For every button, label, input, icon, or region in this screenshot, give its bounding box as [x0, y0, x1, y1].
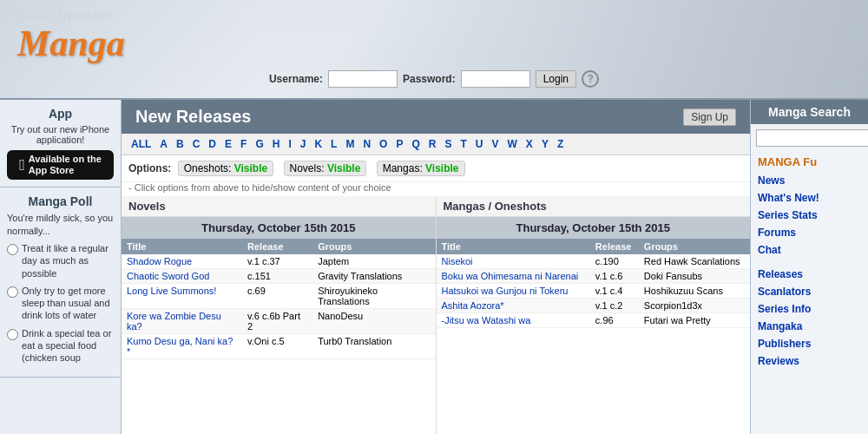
appstore-button[interactable]:  Available on the App Store: [7, 150, 114, 180]
nav-publishers[interactable]: Publishers: [758, 335, 861, 352]
nav-chat[interactable]: Chat: [758, 241, 861, 259]
alpha-d[interactable]: D: [206, 137, 219, 151]
alpha-f[interactable]: F: [238, 137, 249, 151]
novel-release: c.69: [242, 284, 312, 309]
novel-groups: Japtem: [312, 254, 435, 269]
password-label: Password:: [403, 73, 456, 85]
manga-title-link[interactable]: Nisekoi: [442, 256, 473, 266]
alpha-r[interactable]: R: [426, 137, 439, 151]
manga-title: -Jitsu wa Watashi wa: [437, 313, 590, 328]
nav-forums[interactable]: Forums: [758, 224, 861, 241]
mangas-title-col: Title: [437, 239, 590, 254]
login-bar: Username: Password: Login ?: [269, 70, 599, 88]
novels-column: Novels Thursday, October 15th 2015 Title…: [122, 196, 437, 434]
mangas-label: Mangas:: [383, 162, 423, 174]
login-button[interactable]: Login: [536, 70, 576, 88]
manga-title-link[interactable]: -Jitsu wa Watashi wa: [442, 315, 531, 326]
novel-title-link[interactable]: Long Live Summons!: [127, 286, 216, 296]
table-row: Chaotic Sword God c.151 Gravity Translat…: [122, 269, 436, 284]
novel-release: v.6 c.6b Part 2: [242, 309, 312, 334]
manga-title: Boku wa Ohimesama ni Narenai: [437, 269, 590, 284]
alpha-j[interactable]: J: [298, 137, 309, 151]
options-label: Options:: [128, 162, 171, 174]
nav-releases[interactable]: Releases: [758, 266, 861, 283]
alpha-t[interactable]: T: [458, 137, 470, 151]
manga-title-link[interactable]: Hatsukoi wa Gunjou ni Tokeru: [442, 286, 569, 296]
alpha-n[interactable]: N: [360, 137, 373, 151]
nav-news[interactable]: News: [758, 172, 861, 189]
center-content: New Releases Sign Up ALL A B C D E F G H…: [122, 100, 751, 434]
manga-title: Nisekoi: [437, 254, 590, 269]
novel-title-link[interactable]: Shadow Rogue: [127, 256, 192, 266]
novels-label: Novels:: [290, 162, 325, 174]
alpha-x[interactable]: X: [523, 137, 536, 151]
poll-option-1-text: Treat it like a regular day as much as p…: [22, 242, 114, 279]
alpha-w[interactable]: W: [505, 137, 520, 151]
alpha-q[interactable]: Q: [409, 137, 422, 151]
alpha-v[interactable]: V: [490, 137, 502, 151]
poll-radio-2[interactable]: [7, 286, 18, 298]
manga-title-link[interactable]: Ashita Aozora*: [442, 300, 504, 311]
nav-reviews[interactable]: Reviews: [758, 352, 861, 370]
alpha-u[interactable]: U: [473, 137, 486, 151]
poll-radio-1[interactable]: [7, 244, 18, 255]
username-input[interactable]: [328, 70, 398, 88]
nav-scanlators[interactable]: Scanlators: [758, 283, 861, 300]
nav-series-info[interactable]: Series Info: [758, 300, 861, 318]
appstore-text-main: App Store: [29, 165, 102, 176]
nav-whats-new[interactable]: What's New!: [758, 189, 861, 207]
help-icon[interactable]: ?: [582, 70, 599, 88]
alpha-m[interactable]: M: [343, 137, 357, 151]
mangas-column-header: Mangas / Oneshots: [437, 196, 751, 217]
novel-groups: Turb0 Translation: [312, 334, 435, 359]
alpha-b[interactable]: B: [174, 137, 187, 151]
options-hint: - Click options from above to hide/show …: [122, 182, 750, 196]
username-label: Username:: [269, 73, 323, 85]
novels-title-col: Title: [122, 239, 242, 254]
password-input[interactable]: [461, 70, 530, 88]
site-name-top: Baka-Updates: [17, 9, 125, 23]
nav-mangaka[interactable]: Mangaka: [758, 318, 861, 335]
alpha-o[interactable]: O: [377, 137, 390, 151]
alpha-p[interactable]: P: [393, 137, 405, 151]
table-row: Boku wa Ohimesama ni Narenai v.1 c.6 Dok…: [437, 269, 751, 284]
mangas-option[interactable]: Mangas: Visible: [377, 161, 465, 176]
alpha-a[interactable]: A: [157, 137, 170, 151]
alpha-i[interactable]: I: [286, 137, 293, 151]
alpha-z[interactable]: Z: [555, 137, 566, 151]
alpha-e[interactable]: E: [222, 137, 234, 151]
alpha-h[interactable]: H: [270, 137, 283, 151]
alpha-s[interactable]: S: [442, 137, 454, 151]
sign-up-button[interactable]: Sign Up: [683, 108, 736, 126]
manga-fu-title: MANGA Fu: [758, 155, 861, 168]
left-sidebar: App Try out our new iPhone application! …: [0, 100, 122, 434]
nav-series-stats[interactable]: Series Stats: [758, 207, 861, 224]
new-releases-title: New Releases: [135, 107, 251, 127]
mangas-status: Visible: [425, 162, 458, 174]
novel-title-link[interactable]: Kumo Desu ga, Nani ka? *: [127, 336, 233, 357]
poll-section: Manga Poll You're mildly sick, so you no…: [0, 187, 121, 377]
novels-groups-col: Groups: [312, 239, 435, 254]
oneshots-option[interactable]: Oneshots: Visible: [178, 161, 274, 176]
manga-search-input[interactable]: [756, 129, 868, 147]
alpha-k[interactable]: K: [312, 137, 325, 151]
manga-title-link[interactable]: Boku wa Ohimesama ni Narenai: [442, 271, 579, 281]
table-row: Nisekoi c.190 Red Hawk Scanlations: [437, 254, 751, 269]
right-sidebar: Manga Search Go MANGA Fu News What's New…: [751, 100, 868, 434]
poll-radio-3[interactable]: [7, 329, 18, 340]
novels-option[interactable]: Novels: Visible: [284, 161, 367, 176]
mangas-release-col: Release: [590, 239, 639, 254]
site-header: Baka-Updates Manga Username: Password: L…: [0, 0, 868, 100]
alpha-l[interactable]: L: [328, 137, 339, 151]
alpha-y[interactable]: Y: [539, 137, 551, 151]
novel-release: c.151: [242, 269, 312, 284]
novel-title-link[interactable]: Kore wa Zombie Desu ka?: [127, 311, 221, 332]
alpha-all[interactable]: ALL: [128, 137, 154, 151]
poll-option-2-text: Only try to get more sleep than usual an…: [22, 285, 114, 322]
novel-groups: Gravity Translations: [312, 269, 435, 284]
new-releases-header: New Releases Sign Up: [122, 100, 750, 134]
novel-title-link[interactable]: Chaotic Sword God: [127, 271, 209, 281]
alpha-c[interactable]: C: [190, 137, 203, 151]
novels-status: Visible: [327, 162, 360, 174]
alpha-g[interactable]: G: [253, 137, 266, 151]
